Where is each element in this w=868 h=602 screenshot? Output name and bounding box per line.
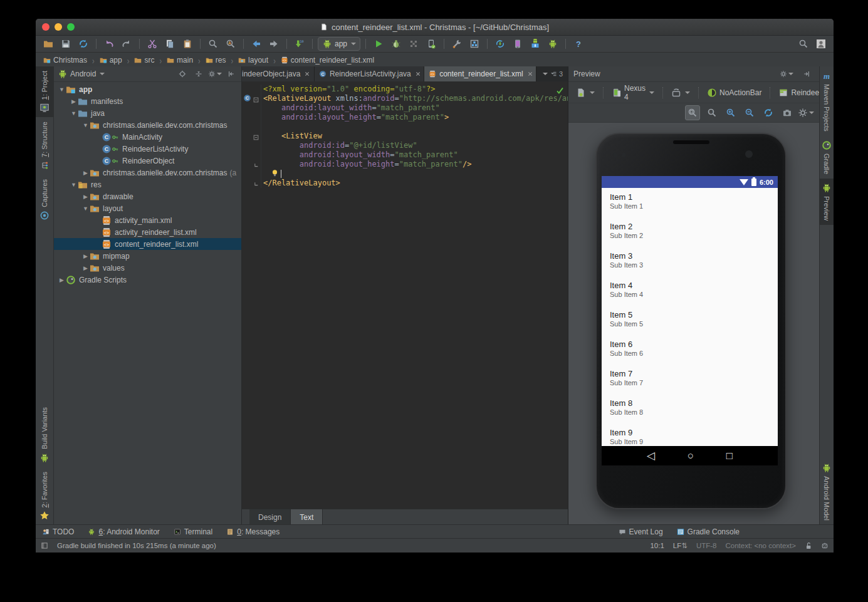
avd-button[interactable] — [510, 37, 525, 51]
attach-button[interactable] — [406, 37, 421, 51]
tree-collapsed-icon[interactable]: ▶ — [81, 265, 90, 271]
breadcrumb-item[interactable]: <>content_reindeer_list.xml — [280, 56, 375, 65]
tab-list-dropdown[interactable]: 3 — [536, 66, 568, 81]
tree-expanded-icon[interactable]: ▼ — [70, 110, 78, 117]
split-button[interactable] — [192, 68, 205, 80]
tree-item-reindeerlistactivity[interactable]: CReindeerListActivity — [54, 143, 241, 155]
toolwindow-tab-7-structure[interactable]: 7: Structure — [36, 117, 53, 175]
tree-item-mainactivity[interactable]: CMainActivity — [54, 131, 241, 143]
minimize-window-button[interactable] — [55, 23, 62, 31]
collapse-button[interactable] — [225, 68, 238, 80]
fold-end-marker-icon[interactable] — [253, 162, 259, 167]
tree-expanded-icon[interactable]: ▼ — [81, 205, 90, 212]
toolwindow-tab-build-variants[interactable]: Build Variants — [36, 403, 53, 467]
run-configuration-selector[interactable]: app — [318, 37, 360, 51]
tree-item-christmas-danielle-dev-com-christmas[interactable]: ▶christmas.danielle.dev.com.christmas(a — [54, 167, 241, 179]
toolwindow-tab-android-model[interactable]: Android Model — [820, 459, 834, 525]
breadcrumb-item[interactable]: app — [98, 56, 123, 65]
save-button[interactable] — [58, 37, 73, 51]
maximize-window-button[interactable] — [67, 23, 75, 31]
gradle-sync-button[interactable] — [493, 37, 508, 51]
api-version-selector[interactable] — [573, 88, 597, 98]
cut-button[interactable] — [145, 37, 160, 51]
breadcrumb-item[interactable]: main — [165, 56, 194, 65]
undo-button[interactable] — [102, 37, 117, 51]
refresh2-button[interactable] — [761, 106, 775, 120]
toolwindow-button-6-android-monitor[interactable]: 6: Android Monitor — [88, 527, 159, 536]
avatar-button[interactable] — [813, 37, 829, 51]
open-folder-button[interactable] — [41, 37, 56, 51]
toolwindow-tab-captures[interactable]: Captures — [36, 175, 53, 225]
hector-inspector-icon[interactable] — [821, 542, 829, 549]
sdk-button[interactable] — [528, 37, 543, 51]
unlock-icon[interactable] — [805, 542, 812, 549]
tree-collapsed-icon[interactable]: ▶ — [81, 170, 90, 176]
tree-collapsed-icon[interactable]: ▶ — [81, 194, 90, 200]
search-button[interactable] — [796, 37, 811, 51]
camera-button[interactable] — [780, 106, 794, 120]
close-window-button[interactable] — [42, 23, 50, 31]
toolwindow-button-gradle-console[interactable]: Gradle Console — [677, 527, 740, 536]
toolwindow-tab-preview[interactable]: Preview — [820, 179, 834, 225]
project-view-selector[interactable]: Android — [70, 70, 96, 78]
redo-button[interactable] — [119, 37, 134, 51]
run-button[interactable] — [371, 37, 386, 51]
close-x-icon[interactable] — [414, 70, 422, 78]
editor-tab-indeerobject-java[interactable]: indeerObject.java — [242, 66, 315, 81]
toolwindow-tab-1-project[interactable]: 1: Project — [36, 66, 53, 117]
tree-item-activity-reindeer-list-xml[interactable]: <>activity_reindeer_list.xml — [54, 226, 241, 238]
caret-position[interactable]: 10:1 — [650, 542, 664, 549]
zoom-in-button[interactable] — [724, 106, 738, 120]
compile-button[interactable]: 10 — [292, 37, 307, 51]
intention-bulb-icon[interactable] — [271, 169, 279, 178]
replace-button[interactable]: A — [223, 37, 238, 51]
tree-item-activity-main-xml[interactable]: <>activity_main.xml — [54, 214, 241, 226]
monitor-button[interactable] — [545, 37, 560, 51]
editor-tab-content-reindeer-list-xml[interactable]: <>content_reindeer_list.xml — [424, 66, 536, 81]
breadcrumb-item[interactable]: res — [204, 56, 227, 65]
tree-item-app[interactable]: ▼app — [54, 83, 241, 95]
fold-marker-icon[interactable] — [253, 133, 259, 139]
toolwindow-tab-maven-projects[interactable]: mMaven Projects — [820, 66, 834, 136]
editor-mode-tab-design[interactable]: Design — [249, 509, 291, 525]
forward-button[interactable] — [266, 37, 281, 51]
back-button[interactable] — [249, 37, 264, 51]
tree-expanded-icon[interactable]: ▼ — [58, 86, 66, 93]
tree-item-layout[interactable]: ▼layout — [54, 202, 241, 214]
dock-button[interactable] — [799, 67, 814, 81]
breadcrumb-item[interactable]: layout — [237, 56, 269, 65]
preview-settings-button[interactable] — [779, 67, 794, 81]
toolwindow-button-0-messages[interactable]: 0: Messages — [226, 527, 280, 536]
tree-item-mipmap[interactable]: ▶mipmap — [54, 250, 241, 262]
encoding[interactable]: UTF-8 — [696, 542, 717, 549]
orientation-selector[interactable] — [669, 88, 693, 98]
breadcrumb-item[interactable]: Christmas — [42, 56, 88, 65]
zoom-11-button[interactable]: 1:1 — [705, 106, 719, 120]
tree-item-drawable[interactable]: ▶drawable — [54, 190, 241, 202]
help-button[interactable]: ? — [571, 37, 586, 51]
close-x-icon[interactable] — [526, 70, 534, 78]
find-button[interactable] — [206, 37, 221, 51]
tree-item-content-reindeer-list-xml[interactable]: <>content_reindeer_list.xml — [54, 238, 241, 250]
toolwindow-tab-gradle[interactable]: Gradle — [820, 136, 834, 179]
tree-item-java[interactable]: ▼java — [54, 107, 241, 119]
editor-mode-tab-text[interactable]: Text — [291, 509, 323, 525]
tree-item-gradle-scripts[interactable]: ▶Gradle Scripts — [54, 274, 241, 286]
wrench-button[interactable] — [449, 37, 464, 51]
zoom-out-button[interactable] — [743, 106, 756, 120]
run-device-button[interactable] — [424, 37, 439, 51]
copy-button[interactable] — [162, 37, 177, 51]
sync-button[interactable] — [76, 37, 91, 51]
gear-caret-button[interactable] — [799, 106, 813, 120]
zoom-fit-button[interactable] — [685, 105, 700, 120]
line-ending-selector[interactable]: LF⇅ — [673, 541, 688, 550]
theme-selector[interactable]: NoActionBar — [704, 88, 764, 98]
debug-button[interactable] — [389, 37, 404, 51]
fold-end-marker-icon[interactable] — [253, 180, 259, 186]
tree-collapsed-icon[interactable]: ▶ — [58, 277, 66, 283]
tree-expanded-icon[interactable]: ▼ — [81, 122, 90, 128]
activity-selector[interactable]: ReindeerList — [776, 88, 819, 98]
toolwindow-toggle-icon[interactable] — [41, 542, 48, 549]
tree-collapsed-icon[interactable]: ▶ — [81, 253, 90, 259]
tree-item-christmas-danielle-dev-com-christmas[interactable]: ▼christmas.danielle.dev.com.christmas — [54, 119, 241, 131]
